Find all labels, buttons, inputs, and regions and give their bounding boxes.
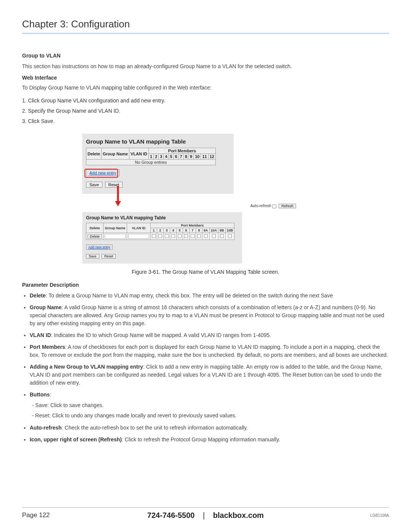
port-cb-5[interactable] — [178, 234, 182, 238]
svg-marker-1 — [115, 201, 121, 206]
port-cb-6[interactable] — [184, 234, 188, 238]
param-list: Delete: To delete a Group Name to VLAN m… — [23, 292, 389, 444]
step-2: 2. Specify the Group Name and VLAN ID. — [22, 106, 389, 116]
port-5: 5 — [169, 154, 174, 160]
red-arrow-icon — [114, 186, 122, 206]
port-10: 10 — [194, 154, 201, 160]
mapping-panel-2: Group Name to VLAN mapping Table Delete … — [82, 212, 242, 264]
footer-center: 724-746-5500 | blackbox.com — [147, 511, 264, 520]
panel2-controls: Auto-refresh Refresh — [250, 202, 299, 208]
model-number: LGB1108A — [370, 513, 389, 518]
mapping-panel-1: Group Name to VLAN mapping Table Delete … — [82, 134, 234, 194]
section-heading: Group to VLAN — [22, 53, 389, 59]
param-delete: Delete: To delete a Group Name to VLAN m… — [30, 292, 389, 300]
p2-8: 8 — [196, 228, 202, 233]
col-portmembers: Port Members — [149, 148, 216, 154]
port-2: 2 — [154, 154, 159, 160]
port-cb-10A[interactable] — [212, 234, 216, 238]
port-4: 4 — [164, 154, 169, 160]
port-11: 11 — [201, 154, 208, 160]
param-adding: Adding a New Group to VLAN mapping entry… — [30, 363, 389, 387]
mapping-table-1: Delete Group Name VLAN ID Port Members 1… — [86, 148, 216, 165]
step-1: 1. Click Group Name VLAN configuration a… — [22, 96, 389, 106]
save-button-2[interactable]: Save — [86, 254, 99, 259]
port-cb-3[interactable] — [165, 234, 169, 238]
p2-10A: 10A — [209, 228, 218, 233]
port-9: 9 — [189, 154, 194, 160]
footer-site: blackbox.com — [213, 511, 264, 519]
chapter-title: Chapter 3: Configuration — [22, 18, 389, 34]
param-portmembers: Port Members: A row of checkboxes for ea… — [30, 343, 389, 359]
port-7: 7 — [178, 154, 183, 160]
delete-row-button[interactable]: Delete — [88, 234, 102, 239]
figure-area: Group Name to VLAN mapping Table Delete … — [22, 134, 389, 264]
col-groupname: Group Name — [102, 148, 129, 160]
auto-refresh-label: Auto-refresh — [250, 204, 271, 208]
port-cb-9B[interactable] — [220, 234, 224, 238]
col2-vlanid: VLAN ID — [127, 223, 151, 233]
p2-5: 5 — [177, 228, 183, 233]
port-cb-8[interactable] — [197, 234, 201, 238]
page-number: Page 122 — [22, 511, 50, 519]
param-iconrefresh: Icon, upper right of screen (Refresh): C… — [30, 436, 389, 444]
vlan-id-input[interactable] — [128, 234, 149, 239]
save-button[interactable]: Save — [86, 182, 102, 188]
group-name-input[interactable] — [105, 234, 126, 239]
web-interface-intro: To Display Group Name to VLAN mapping ta… — [22, 84, 389, 92]
port-cb-2[interactable] — [158, 234, 162, 238]
port-cb-9A[interactable] — [204, 234, 208, 238]
param-desc-heading: Parameter Description — [22, 282, 389, 288]
col-vlanid: VLAN ID — [129, 148, 149, 160]
param-vlanid: VLAN ID: Indicates the ID to which Group… — [30, 331, 389, 339]
p2-4: 4 — [170, 228, 177, 233]
web-interface-heading: Web Interface — [22, 75, 389, 81]
p2-3: 3 — [164, 228, 170, 233]
panel2-title: Group Name to VLAN mapping Table — [82, 214, 242, 223]
p2-10B: 10B — [225, 228, 234, 233]
col2-portmembers: Port Members — [151, 223, 234, 228]
panel1-title: Group Name to VLAN mapping Table — [82, 137, 234, 148]
param-reset-sub: - Reset: Click to undo any changes made … — [32, 411, 389, 420]
p2-9B: 9B — [218, 228, 226, 233]
col2-delete: Delete — [86, 223, 104, 233]
p2-6: 6 — [183, 228, 190, 233]
port-12: 12 — [208, 154, 215, 160]
param-groupname: Group Name: A valid Group Name is a stri… — [30, 304, 389, 328]
no-group-entries: No Group entries — [86, 160, 216, 165]
p2-2: 2 — [157, 228, 164, 233]
port-cb-1[interactable] — [152, 234, 156, 238]
add-new-entry-link[interactable]: Add new entry — [86, 169, 119, 176]
refresh-button[interactable]: Refresh — [279, 204, 296, 208]
add-new-entry-link-2[interactable]: Add new entry — [86, 244, 113, 250]
reset-button-2[interactable]: Reset — [102, 254, 116, 259]
port-8: 8 — [183, 154, 188, 160]
section-intro: This section has instructions on how to … — [22, 62, 389, 71]
port-cb-7[interactable] — [191, 234, 194, 238]
param-buttons: Buttons: - Save: Click to save changes. … — [30, 391, 389, 420]
mapping-table-2: Delete Group Name VLAN ID Port Members 1… — [86, 223, 234, 240]
port-1: 1 — [149, 154, 154, 160]
p2-9A: 9A — [202, 228, 210, 233]
page-footer: Page 122 724-746-5500 | blackbox.com LGB… — [22, 507, 389, 519]
p2-7: 7 — [190, 228, 196, 233]
p2-1: 1 — [151, 228, 157, 233]
col2-groupname: Group Name — [104, 223, 127, 233]
footer-phone: 724-746-5500 — [147, 511, 195, 519]
param-save-sub: - Save: Click to save changes. — [32, 401, 389, 410]
auto-refresh-checkbox[interactable] — [272, 204, 276, 208]
param-autorefresh: Auto-refresh: Check the auto-refresh box… — [30, 424, 389, 432]
port-3: 3 — [159, 154, 164, 160]
port-6: 6 — [174, 154, 178, 160]
col-delete: Delete — [86, 148, 102, 160]
figure-caption: Figure 3-61. The Group Name of VLAN Mapp… — [22, 269, 389, 275]
port-cb-10B[interactable] — [228, 234, 232, 238]
port-cb-4[interactable] — [171, 234, 175, 238]
step-3: 3. Click Save. — [22, 116, 389, 126]
